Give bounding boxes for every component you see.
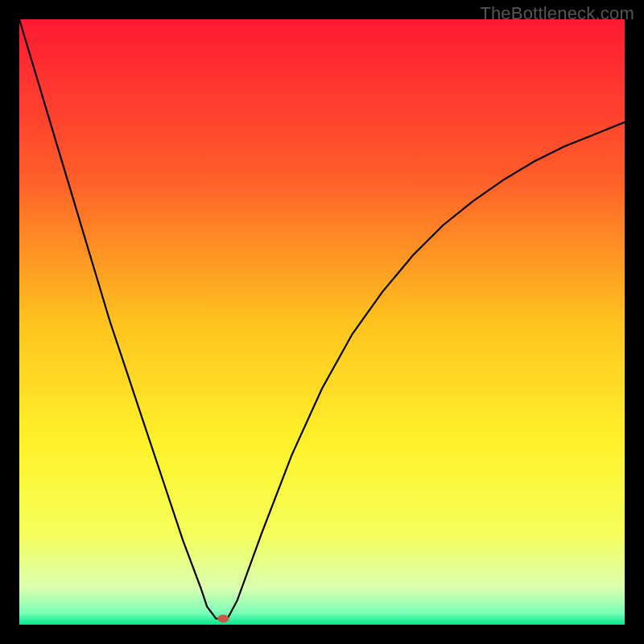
minimum-marker — [217, 615, 229, 623]
plot-frame — [19, 19, 625, 625]
watermark-text: TheBottleneck.com — [480, 3, 634, 24]
bottleneck-chart — [19, 19, 625, 625]
chart-outer-frame: TheBottleneck.com — [0, 0, 644, 644]
